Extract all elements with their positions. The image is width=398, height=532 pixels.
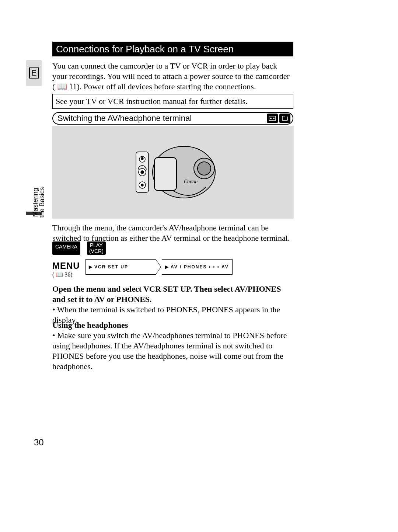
cassette-icon <box>267 114 278 123</box>
chevron-right-icon <box>156 259 161 275</box>
svg-rect-0 <box>269 116 276 121</box>
svg-text:Canon: Canon <box>184 179 198 184</box>
svg-point-13 <box>141 171 144 174</box>
section-tab-line2: the Basics <box>39 186 45 219</box>
play-triangle-icon: ▶ <box>89 264 93 270</box>
svg-rect-4 <box>285 115 287 117</box>
mode-badge-camera: CAMERA <box>52 241 80 255</box>
headphones-heading: Using the headphones <box>52 320 296 330</box>
svg-rect-6 <box>154 157 177 191</box>
menu-page-ref: ( 📖 36) <box>52 271 80 278</box>
section-title: Connections for Playback on a TV Screen <box>52 42 293 56</box>
instruction-bold: Open the menu and select VCR SET UP. The… <box>52 284 296 305</box>
svg-point-8 <box>198 162 211 175</box>
subheading: Switching the AV/headphone terminal <box>52 112 293 125</box>
subheading-label: Switching the AV/headphone terminal <box>53 114 267 123</box>
note-box: See your TV or VCR instruction manual fo… <box>52 94 293 109</box>
svg-point-1 <box>270 118 272 119</box>
mode-badge-play-line2: (VCR) <box>89 248 104 254</box>
menu-path-step1: ▶ VCR SET UP <box>85 259 156 275</box>
headphones-section: Using the headphones Make sure you switc… <box>52 320 296 372</box>
svg-point-2 <box>273 118 275 119</box>
mode-badge-play-line1: PLAY <box>89 242 104 248</box>
menu-path-step2-label: AV / PHONES • • • AV <box>171 264 229 270</box>
language-badge: E <box>26 60 42 86</box>
card-icon <box>279 114 290 123</box>
svg-point-11 <box>141 157 143 160</box>
page-number: 30 <box>34 437 44 448</box>
menu-label-block: MENU ( 📖 36) <box>52 261 80 278</box>
menu-word: MENU <box>52 261 80 271</box>
headphones-bullet: Make sure you switch the AV/headphones t… <box>52 330 296 372</box>
camcorder-illustration: Canon <box>52 126 294 219</box>
mode-badge-play: PLAY (VCR) <box>87 241 106 255</box>
svg-point-15 <box>141 184 143 186</box>
intro-paragraph: You can connect the camcorder to a TV or… <box>52 61 292 92</box>
language-badge-letter: E <box>29 67 39 79</box>
menu-path: ▶ VCR SET UP ▶ AV / PHONES • • • AV <box>85 259 233 275</box>
menu-path-step2: ▶ AV / PHONES • • • AV <box>162 259 233 275</box>
section-tab: Mastering the Basics <box>32 186 45 219</box>
menu-path-step1-label: VCR SET UP <box>94 264 128 270</box>
play-triangle-icon: ▶ <box>165 264 169 270</box>
mode-badges: CAMERA PLAY (VCR) <box>52 241 106 255</box>
subheading-icons <box>267 114 293 123</box>
section-tab-line1: Mastering <box>32 188 39 217</box>
instruction-block: Open the menu and select VCR SET UP. The… <box>52 284 296 325</box>
body-paragraph: Through the menu, the camcorder's AV/hea… <box>52 223 292 243</box>
